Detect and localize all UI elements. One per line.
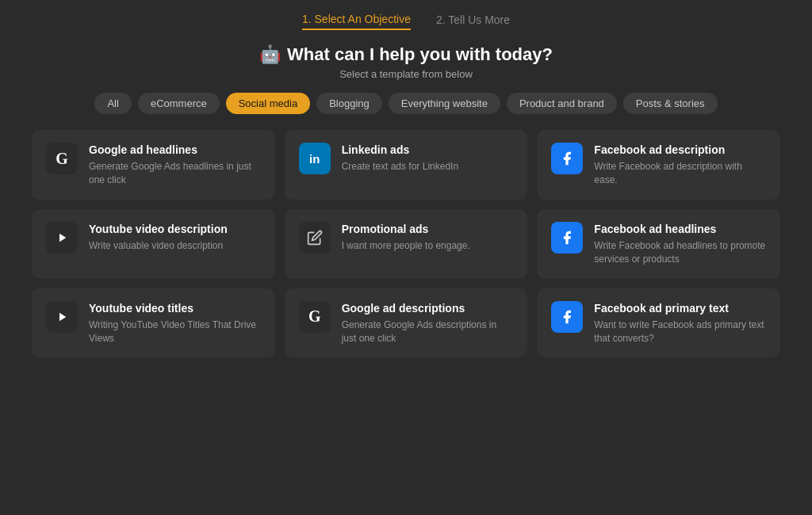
card-desc-facebook-desc: Write Facebook ad description with ease.: [594, 160, 766, 187]
card-title-youtube-desc: Youtube video description: [89, 222, 261, 236]
filter-pill-ecommerce[interactable]: eCommerce: [138, 93, 220, 114]
card-icon-facebook-primary: [551, 301, 583, 333]
card-facebook-desc[interactable]: Facebook ad descriptionWrite Facebook ad…: [537, 130, 780, 200]
step-2[interactable]: 2. Tell Us More: [436, 13, 510, 29]
card-icon-facebook-desc: [551, 143, 583, 174]
filter-pill-website[interactable]: Everything website: [389, 93, 500, 114]
header-subtitle: Select a template from below: [259, 68, 553, 80]
header-title-text: What can I help you with today?: [287, 44, 553, 65]
robot-icon: 🤖: [259, 44, 281, 65]
card-title-google-descs: Google ad descriptions: [342, 301, 514, 315]
filter-pill-brand[interactable]: Product and brand: [507, 93, 617, 114]
card-content-google-descs: Google ad descriptionsGenerate Google Ad…: [342, 301, 514, 345]
card-google-descs[interactable]: GGoogle ad descriptionsGenerate Google A…: [285, 288, 528, 358]
card-icon-google-headlines: G: [46, 143, 78, 174]
card-icon-youtube-desc: [46, 222, 78, 254]
card-icon-promo-ads: [299, 222, 331, 254]
card-content-promo-ads: Promotional adsI want more people to eng…: [342, 222, 514, 253]
card-desc-linkedin-ads: Create text ads for LinkedIn: [342, 160, 514, 174]
card-promo-ads[interactable]: Promotional adsI want more people to eng…: [285, 209, 528, 279]
card-content-youtube-desc: Youtube video descriptionWrite valuable …: [89, 222, 261, 253]
card-linkedin-ads[interactable]: inLinkedin adsCreate text ads for Linked…: [285, 130, 528, 200]
card-content-linkedin-ads: Linkedin adsCreate text ads for LinkedIn: [342, 143, 514, 174]
card-title-linkedin-ads: Linkedin ads: [342, 143, 514, 157]
card-content-google-headlines: Google ad headlinesGenerate Google Ads h…: [89, 143, 261, 187]
card-youtube-desc[interactable]: Youtube video descriptionWrite valuable …: [32, 209, 275, 279]
card-icon-facebook-headlines: [551, 222, 583, 254]
card-title-youtube-titles: Youtube video titles: [89, 301, 261, 315]
filter-pill-blogging[interactable]: Blogging: [316, 93, 382, 114]
card-desc-promo-ads: I want more people to engage.: [342, 239, 514, 253]
page-wrapper: 1. Select An Objective 2. Tell Us More 🤖…: [0, 0, 812, 515]
card-desc-facebook-primary: Want to write Facebook ads primary text …: [594, 319, 766, 345]
card-facebook-primary[interactable]: Facebook ad primary textWant to write Fa…: [537, 288, 780, 358]
card-title-promo-ads: Promotional ads: [342, 222, 514, 236]
card-content-facebook-primary: Facebook ad primary textWant to write Fa…: [594, 301, 766, 345]
filter-pill-all[interactable]: All: [94, 93, 131, 114]
card-content-youtube-titles: Youtube video titlesWriting YouTube Vide…: [89, 301, 261, 345]
card-youtube-titles[interactable]: Youtube video titlesWriting YouTube Vide…: [32, 288, 275, 358]
header-title: 🤖 What can I help you with today?: [259, 44, 553, 65]
card-content-facebook-headlines: Facebook ad headlinesWrite Facebook ad h…: [594, 222, 766, 266]
card-desc-facebook-headlines: Write Facebook ad headlines to promote s…: [594, 239, 766, 266]
steps-nav: 1. Select An Objective 2. Tell Us More: [302, 13, 510, 30]
card-content-facebook-desc: Facebook ad descriptionWrite Facebook ad…: [594, 143, 766, 187]
card-title-facebook-desc: Facebook ad description: [594, 143, 766, 157]
card-facebook-headlines[interactable]: Facebook ad headlinesWrite Facebook ad h…: [537, 209, 780, 279]
card-desc-google-descs: Generate Google Ads descriptions in just…: [342, 319, 514, 345]
header: 🤖 What can I help you with today? Select…: [259, 44, 553, 80]
card-desc-google-headlines: Generate Google Ads headlines in just on…: [89, 160, 261, 187]
card-desc-youtube-desc: Write valuable video description: [89, 239, 261, 253]
card-title-facebook-headlines: Facebook ad headlines: [594, 222, 766, 236]
filter-bar: AlleCommerceSocial mediaBloggingEverythi…: [94, 93, 717, 114]
card-google-headlines[interactable]: GGoogle ad headlinesGenerate Google Ads …: [32, 130, 275, 200]
card-icon-linkedin-ads: in: [299, 143, 331, 174]
step-1[interactable]: 1. Select An Objective: [302, 13, 411, 30]
card-desc-youtube-titles: Writing YouTube Video Titles That Drive …: [89, 319, 261, 345]
filter-pill-social[interactable]: Social media: [226, 93, 310, 114]
cards-grid: GGoogle ad headlinesGenerate Google Ads …: [32, 130, 780, 357]
card-icon-google-descs: G: [299, 301, 331, 333]
card-icon-youtube-titles: [46, 301, 78, 333]
card-title-google-headlines: Google ad headlines: [89, 143, 261, 157]
card-title-facebook-primary: Facebook ad primary text: [594, 301, 766, 315]
filter-pill-posts[interactable]: Posts & stories: [623, 93, 718, 114]
